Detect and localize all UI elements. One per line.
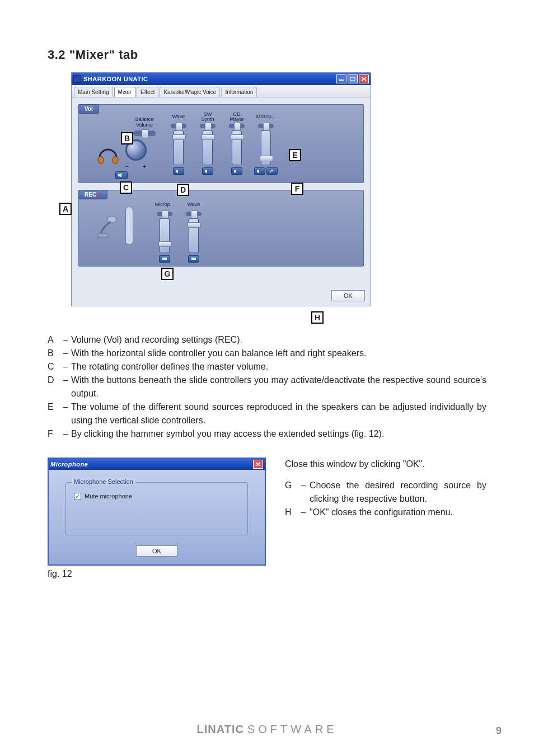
callout-B: B (121, 132, 133, 144)
legend-key: B (48, 347, 60, 360)
window-maximize-button[interactable] (348, 74, 358, 83)
legend-row: E–The volume of the different sound sour… (48, 400, 486, 427)
legend-desc: By clicking the hammer symbol you may ac… (71, 427, 486, 441)
channel-label: Microp... (155, 199, 175, 211)
channel-balance-slider[interactable] (171, 124, 186, 128)
legend-key: A (48, 333, 60, 347)
channel-balance-slider[interactable] (229, 124, 245, 128)
tab-bar: Main Setting Mixer Effect Karaoke/Magic … (72, 85, 371, 97)
svg-point-5 (97, 233, 109, 237)
mute-microphone-checkbox[interactable]: ✓ Mute microphone (74, 493, 240, 500)
svg-rect-0 (339, 80, 344, 81)
ok-button[interactable]: OK (331, 290, 365, 301)
callout-E: E (289, 149, 301, 161)
mic-dialog-title: Microphone (50, 461, 253, 468)
tab-mixer[interactable]: Mixer (114, 87, 135, 97)
channel-balance-slider[interactable] (186, 212, 202, 216)
channel-label: SW Synth (201, 111, 214, 123)
microphone-icon (95, 213, 121, 239)
legend-desc: The volume of the different sound source… (71, 400, 486, 427)
channel-label: Microp... (256, 111, 276, 123)
legend-row: C–The rotating controller defines the ma… (48, 360, 486, 374)
vol-channel: SW Synth (196, 111, 219, 175)
window-close-button[interactable] (359, 74, 369, 83)
rec-source-button[interactable] (159, 255, 170, 263)
legend-row: D–With the buttons beneath the slide con… (48, 374, 486, 400)
svg-point-4 (107, 216, 116, 223)
legend-desc: With the horizontal slide controller you… (71, 347, 486, 360)
legend-key: C (48, 360, 60, 374)
vol-channel: Microp... (254, 111, 278, 175)
legend-row: H–"OK" closes the configuration menu. (285, 506, 486, 519)
channel-volume-slider[interactable] (261, 130, 271, 165)
rec-channel: Wave (182, 199, 205, 263)
callout-H: H (311, 311, 324, 324)
tab-main-setting[interactable]: Main Setting (74, 87, 113, 97)
balance-volume-label: Balance Volume (133, 117, 156, 128)
rec-source-button[interactable] (188, 255, 199, 263)
channel-volume-slider[interactable] (160, 218, 170, 253)
legend-row: B–With the horizontal slide controller y… (48, 347, 486, 360)
svg-point-2 (98, 156, 104, 164)
channel-mute-button[interactable] (173, 167, 184, 175)
tab-information[interactable]: Information (221, 87, 257, 97)
legend-row: F–By clicking the hammer symbol you may … (48, 427, 486, 441)
mic-dialog-close-button[interactable] (253, 460, 263, 469)
legend-desc: "OK" closes the configuration menu. (310, 506, 486, 519)
mute-mic-label: Mute microphone (85, 493, 132, 500)
svg-rect-1 (350, 77, 355, 81)
channel-label: Wave (188, 199, 200, 211)
vol-channel: Wave (167, 111, 190, 175)
tab-effect[interactable]: Effect (137, 87, 158, 97)
legend-desc: The rotating controller defines the mast… (71, 360, 486, 374)
legend-key: D (48, 374, 60, 400)
mic-dialog-ok-button[interactable]: OK (136, 545, 177, 557)
legend-desc: Volume (Vol) and recording settings (REC… (71, 333, 486, 347)
legend-key: H (285, 506, 297, 519)
footer-brand: LINATIC (197, 723, 244, 735)
page-footer: LINATICSOFTWARE (0, 723, 534, 736)
callout-C: C (120, 181, 132, 194)
mic-selection-group: Microphone Selection ✓ Mute microphone (65, 482, 248, 535)
legend-row: G–Choose the desired recording source by… (285, 479, 486, 506)
vol-channel: CD Player (225, 111, 249, 175)
channel-label: Wave (172, 111, 185, 123)
microphone-dialog: Microphone Microphone Selection ✓ Mute m… (48, 458, 266, 566)
tab-karaoke[interactable]: Karaoke/Magic Voice (160, 87, 220, 97)
close-note: Close this window by clicking "OK". (285, 458, 486, 471)
window-titlebar: SHARKOON UNATIC (72, 73, 371, 85)
legend-row: A–Volume (Vol) and recording settings (R… (48, 333, 486, 347)
callout-F: F (291, 183, 303, 195)
legend-key: E (48, 400, 60, 427)
callout-D: D (177, 184, 189, 196)
channel-volume-slider[interactable] (232, 130, 242, 165)
app-icon (73, 75, 81, 83)
channel-balance-slider[interactable] (258, 124, 274, 128)
legend-desc: With the buttons beneath the slide contr… (71, 374, 486, 400)
footer-section: SOFTWARE (247, 723, 338, 735)
rec-panel-header: REC (78, 190, 107, 199)
rec-channel: Microp... (153, 199, 176, 263)
mic-group-label: Microphone Selection (72, 478, 135, 485)
channel-mute-button[interactable] (254, 167, 265, 175)
channel-balance-slider[interactable] (200, 124, 216, 128)
window-minimize-button[interactable] (336, 74, 346, 83)
rec-level-slider[interactable] (125, 207, 133, 245)
figure-caption: fig. 12 (48, 569, 266, 579)
channel-mute-button[interactable] (231, 167, 242, 175)
balance-slider[interactable] (133, 130, 156, 136)
channel-volume-slider[interactable] (203, 130, 213, 165)
dial-range-label: −+ (125, 163, 147, 170)
channel-volume-slider[interactable] (189, 218, 199, 253)
headphones-icon (96, 146, 120, 166)
channel-settings-button[interactable] (266, 167, 278, 175)
channel-mute-button[interactable] (202, 167, 213, 175)
channel-balance-slider[interactable] (157, 212, 172, 216)
callout-G: G (161, 268, 174, 280)
channel-volume-slider[interactable] (174, 130, 184, 165)
master-mute-button[interactable] (115, 171, 128, 179)
svg-rect-7 (191, 258, 196, 260)
window-title: SHARKOON UNATIC (83, 76, 336, 82)
channel-label: CD Player (229, 111, 244, 123)
page-number: 9 (496, 725, 502, 737)
